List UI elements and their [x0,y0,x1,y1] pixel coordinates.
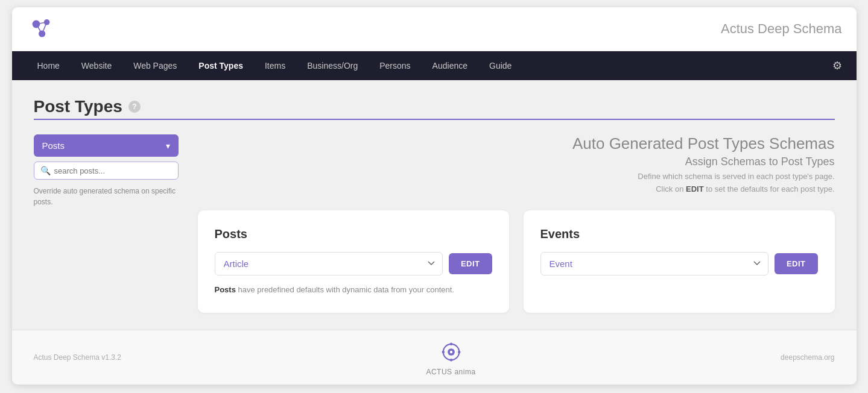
chevron-down-icon: ▾ [166,141,170,151]
posts-card-title: Posts [215,227,492,241]
right-edit-bold: EDIT [686,184,704,193]
right-content: Auto Generated Post Types Schemas Assign… [198,134,835,313]
right-subheading: Assign Schemas to Post Types [198,156,835,168]
page-content: Post Types ? Posts ▾ 🔍 Override auto gen… [12,80,857,330]
posts-desc-bold: Posts [215,285,236,294]
posts-edit-button[interactable]: EDIT [449,253,492,274]
cards-row: Posts Article BlogPosting NewsArticle We… [198,210,835,313]
nav-item-guide[interactable]: Guide [478,51,522,80]
footer-version: Actus Deep Schema v1.3.2 [34,353,121,362]
sidebar-note: Override auto generated schema on specif… [34,186,179,207]
events-edit-button[interactable]: EDIT [775,253,818,274]
nav-item-business-org[interactable]: Business/Org [296,51,369,80]
page-title: Post Types [34,97,122,116]
search-icon: 🔍 [40,166,51,175]
nav-item-website[interactable]: Website [71,51,122,80]
page-title-row: Post Types ? [34,97,835,116]
nav-items: Home Website Web Pages Post Types Items … [27,51,523,80]
nav-item-post-types[interactable]: Post Types [188,51,254,80]
svg-point-10 [449,359,452,361]
nav-item-web-pages[interactable]: Web Pages [122,51,188,80]
footer-center: ACTUS anima [426,339,475,376]
svg-point-9 [449,343,452,345]
footer-logo-icon [438,339,464,365]
nav-item-home[interactable]: Home [27,51,71,80]
footer-brand: ACTUS anima [426,368,475,376]
nav-item-persons[interactable]: Persons [369,51,421,80]
footer-website: deepschema.org [781,353,834,362]
main-layout: Posts ▾ 🔍 Override auto generated schema… [34,134,835,313]
settings-icon[interactable]: ⚙ [832,59,842,72]
right-description: Define which schema is served in each po… [198,171,835,196]
search-input[interactable] [54,166,172,175]
nav-item-items[interactable]: Items [254,51,296,80]
posts-dropdown-label: Posts [42,140,65,151]
right-header: Auto Generated Post Types Schemas Assign… [198,134,835,196]
posts-card-select-row: Article BlogPosting NewsArticle WebPage … [215,252,492,275]
logo-icon [27,14,55,43]
events-schema-select[interactable]: Event SocialEvent BusinessEvent [540,252,768,275]
posts-dropdown[interactable]: Posts ▾ [34,134,179,157]
svg-point-12 [458,351,460,353]
posts-card-desc: Posts have predefined defaults with dyna… [215,284,492,297]
title-divider [34,119,835,120]
posts-card: Posts Article BlogPosting NewsArticle We… [198,210,509,313]
events-card-title: Events [540,227,818,241]
right-desc-line1: Define which schema is served in each po… [638,172,834,181]
top-bar: Actus Deep Schema [12,7,857,51]
posts-desc-text: have predefined defaults with dynamic da… [238,285,454,294]
events-card-select-row: Event SocialEvent BusinessEvent EDIT [540,252,818,275]
svg-point-8 [449,351,452,353]
nav-bar: Home Website Web Pages Post Types Items … [12,51,857,80]
events-card: Events Event SocialEvent BusinessEvent E… [524,210,835,313]
help-icon[interactable]: ? [128,101,141,113]
svg-point-11 [442,351,444,353]
search-box: 🔍 [34,162,179,180]
sidebar: Posts ▾ 🔍 Override auto generated schema… [34,134,179,207]
app-title: Actus Deep Schema [721,21,842,37]
nav-item-audience[interactable]: Audience [422,51,478,80]
footer: Actus Deep Schema v1.3.2 ACTUS anima dee… [12,330,857,385]
posts-schema-select[interactable]: Article BlogPosting NewsArticle WebPage [215,252,443,275]
right-heading: Auto Generated Post Types Schemas [198,134,835,153]
